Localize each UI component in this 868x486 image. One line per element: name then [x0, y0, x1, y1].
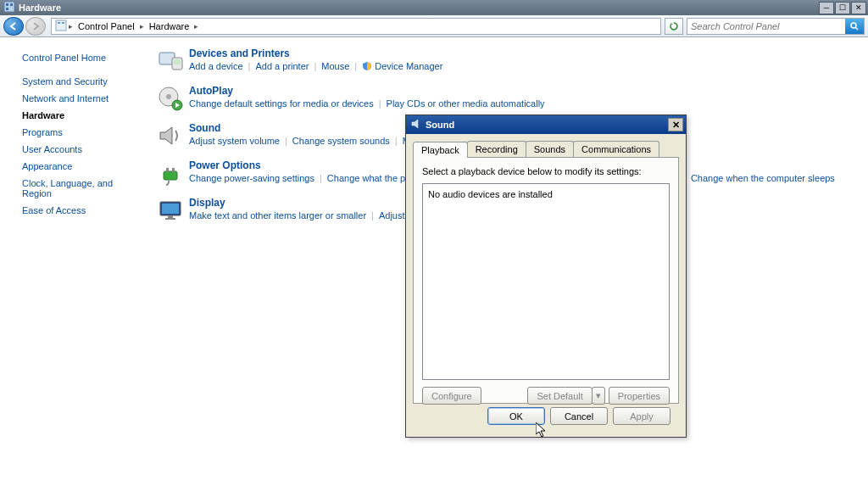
- link-power-saving[interactable]: Change power-saving settings: [189, 173, 314, 183]
- sidebar-item-home[interactable]: Control Panel Home: [22, 53, 142, 63]
- maximize-button[interactable]: ☐: [835, 2, 850, 14]
- link-sleep[interactable]: Change when the computer sleeps: [691, 173, 835, 183]
- link-add-device[interactable]: Add a device: [189, 61, 243, 71]
- sidebar-item-appearance[interactable]: Appearance: [22, 161, 142, 171]
- svg-point-7: [851, 23, 856, 28]
- address-bar: ▸ Control Panel ▸ Hardware ▸: [0, 15, 868, 37]
- link-volume[interactable]: Adjust system volume: [189, 136, 280, 146]
- window-controls: ─ ☐ ✕: [818, 2, 866, 14]
- cancel-button[interactable]: Cancel: [550, 407, 608, 425]
- sound-dialog: Sound ✕ Playback Recording Sounds Commun…: [405, 115, 687, 438]
- category-title[interactable]: AutoPlay: [189, 85, 545, 97]
- search-button[interactable]: [845, 19, 864, 34]
- dialog-title: Sound: [426, 120, 454, 130]
- tab-sounds[interactable]: Sounds: [526, 141, 574, 157]
- category-title[interactable]: Devices and Printers: [189, 47, 442, 59]
- dialog-titlebar[interactable]: Sound ✕: [406, 115, 686, 134]
- svg-rect-15: [164, 171, 177, 180]
- link-autoplay-defaults[interactable]: Change default settings for media or dev…: [189, 98, 374, 109]
- refresh-button[interactable]: [665, 18, 683, 35]
- svg-rect-2: [10, 3, 13, 6]
- sidebar-item-network[interactable]: Network and Internet: [22, 93, 142, 103]
- close-button[interactable]: ✕: [851, 2, 866, 14]
- set-default-button: Set Default: [527, 387, 592, 405]
- properties-button: Properties: [609, 387, 670, 405]
- sidebar-item-programs[interactable]: Programs: [22, 127, 142, 137]
- shield-icon: [362, 61, 372, 71]
- apply-button: Apply: [613, 407, 670, 425]
- empty-message: No audio devices are installed: [428, 189, 553, 199]
- svg-rect-19: [162, 204, 179, 214]
- chevron-right-icon[interactable]: ▸: [192, 22, 200, 31]
- control-panel-icon-small: [55, 20, 67, 33]
- configure-button: Configure: [422, 387, 481, 405]
- window-title: Hardware: [19, 3, 61, 13]
- sidebar: Control Panel Home System and Security N…: [0, 37, 148, 486]
- sidebar-item-system[interactable]: System and Security: [22, 76, 142, 87]
- svg-rect-17: [172, 168, 175, 172]
- svg-line-8: [856, 27, 859, 30]
- devices-icon: [157, 47, 184, 75]
- sound-icon: [157, 122, 184, 149]
- breadcrumb-bar[interactable]: ▸ Control Panel ▸ Hardware ▸: [51, 18, 661, 35]
- svg-point-13: [166, 94, 171, 99]
- autoplay-icon: [157, 85, 184, 112]
- sidebar-item-hardware[interactable]: Hardware: [22, 110, 142, 120]
- minimize-button[interactable]: ─: [819, 2, 834, 14]
- svg-rect-16: [166, 168, 169, 172]
- forward-button: [25, 17, 46, 36]
- link-system-sounds[interactable]: Change system sounds: [292, 136, 390, 146]
- svg-rect-4: [56, 20, 66, 31]
- playback-pane: Select a playback device below to modify…: [413, 158, 679, 404]
- dialog-close-button[interactable]: ✕: [668, 118, 683, 131]
- ok-button[interactable]: OK: [487, 407, 545, 425]
- svg-rect-3: [6, 8, 8, 10]
- control-panel-icon: [3, 1, 15, 14]
- svg-rect-0: [4, 2, 14, 12]
- category-devices: Devices and Printers Add a device| Add a…: [157, 47, 860, 75]
- display-icon: [157, 197, 184, 224]
- svg-rect-20: [168, 215, 173, 218]
- svg-rect-21: [165, 218, 175, 220]
- chevron-right-icon[interactable]: ▸: [138, 22, 146, 31]
- speaker-icon: [410, 118, 422, 131]
- device-list[interactable]: No audio devices are installed: [422, 183, 670, 380]
- set-default-dropdown: ▾: [592, 387, 605, 405]
- back-button[interactable]: [3, 17, 24, 36]
- link-text-size[interactable]: Make text and other items larger or smal…: [189, 210, 366, 221]
- svg-rect-6: [62, 22, 64, 24]
- playback-instruction: Select a playback device below to modify…: [422, 166, 670, 176]
- chevron-right-icon[interactable]: ▸: [67, 22, 75, 31]
- link-autoplay-cds[interactable]: Play CDs or other media automatically: [387, 98, 545, 109]
- link-device-manager[interactable]: Device Manager: [375, 61, 442, 71]
- search-box[interactable]: [687, 18, 865, 35]
- sidebar-item-ease[interactable]: Ease of Access: [22, 205, 142, 215]
- tab-recording[interactable]: Recording: [467, 141, 526, 157]
- svg-rect-5: [58, 22, 60, 24]
- tab-playback[interactable]: Playback: [413, 142, 468, 158]
- link-add-printer[interactable]: Add a printer: [255, 61, 309, 71]
- sidebar-item-accounts[interactable]: User Accounts: [22, 144, 142, 154]
- power-icon: [157, 159, 184, 187]
- link-mouse[interactable]: Mouse: [321, 61, 349, 71]
- breadcrumb-current[interactable]: Hardware: [146, 21, 193, 31]
- search-input[interactable]: [687, 21, 845, 31]
- svg-rect-11: [174, 59, 181, 64]
- dialog-tabs: Playback Recording Sounds Communications: [413, 141, 679, 158]
- tab-communications[interactable]: Communications: [573, 141, 659, 157]
- category-autoplay: AutoPlay Change default settings for med…: [157, 85, 860, 112]
- breadcrumb-root[interactable]: Control Panel: [75, 21, 138, 31]
- window-titlebar: Hardware ─ ☐ ✕: [0, 0, 868, 15]
- sidebar-item-clock[interactable]: Clock, Language, and Region: [22, 178, 142, 198]
- svg-rect-1: [6, 3, 8, 6]
